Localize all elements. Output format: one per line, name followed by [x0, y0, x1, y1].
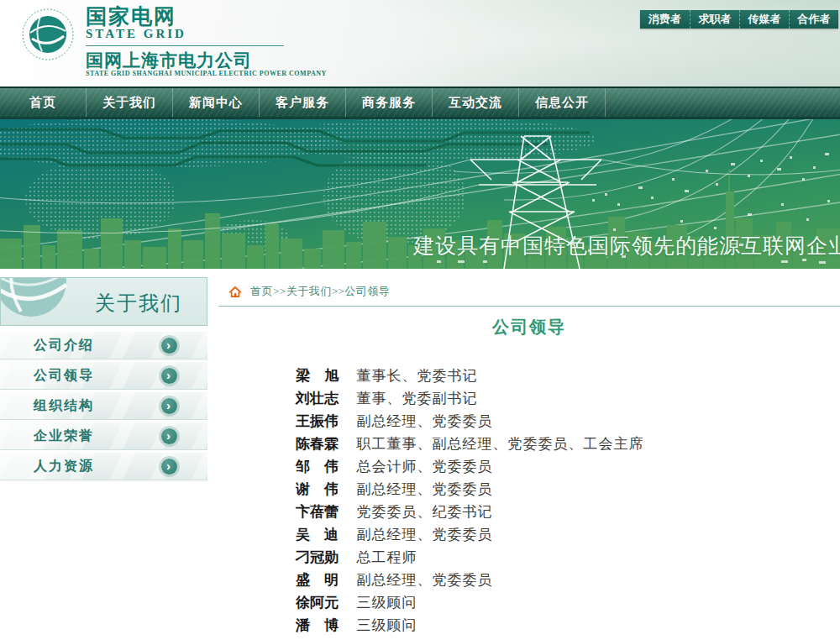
arrow-circle-icon: [161, 398, 177, 414]
sidebar-menu: 公司介绍 公司领导 组织结构 企业荣誉: [0, 332, 207, 480]
leader-title: 总会计师、党委委员: [356, 459, 492, 475]
state-grid-logo-icon: [22, 8, 74, 60]
leader-title: 副总经理、党委委员: [356, 527, 492, 543]
sidebar-item-label: 人力资源: [34, 458, 94, 475]
banner-slogan: 建设具有中国特色国际领先的能源互联网企业: [413, 232, 840, 260]
page-title: 公司领导: [218, 316, 840, 338]
logo-divider: [86, 45, 284, 46]
breadcrumb-divider: [218, 306, 840, 307]
leader-name: 王振伟: [296, 410, 353, 433]
sidebar: CORPORATION OF 关于我们 公司介绍 公司领导 组织结构: [0, 277, 207, 483]
sidebar-item-label: 公司领导: [34, 367, 94, 385]
leader-title: 党委委员、纪委书记: [356, 504, 492, 520]
sidebar-header: CORPORATION OF 关于我们: [0, 277, 207, 326]
leader-title: 三级顾问: [356, 617, 417, 633]
breadcrumb-text[interactable]: 首页>>关于我们>>公司领导: [250, 284, 390, 299]
leader-row: 陈春霖 职工董事、副总经理、党委委员、工会主席: [296, 433, 643, 455]
home-icon[interactable]: [228, 286, 242, 298]
leader-row: 盛 明 副总经理、党委委员: [296, 569, 643, 591]
leader-name: 徐阿元: [296, 591, 353, 614]
leader-name: 陈春霖: [296, 433, 353, 455]
leader-title: 总工程师: [356, 549, 417, 565]
leader-title: 副总经理、党委委员: [356, 481, 492, 497]
nav-item[interactable]: 关于我们: [87, 88, 173, 117]
leader-row: 谢 伟 副总经理、党委委员: [296, 478, 643, 501]
leader-name: 潘 博: [296, 614, 353, 637]
arrow-circle-icon: [161, 428, 177, 444]
leader-row: 梁 旭 董事长、党委书记: [296, 365, 643, 387]
leader-title: 董事、党委副书记: [356, 391, 477, 407]
leader-title: 三级顾问: [356, 595, 417, 611]
logo-block: 国家电网 STATE GRID 国网上海市电力公司 STATE GRID SHA…: [22, 5, 327, 78]
leader-title: 董事长、党委书记: [356, 368, 477, 384]
logo-title-en: STATE GRID: [86, 27, 327, 40]
sidebar-item[interactable]: 公司领导: [0, 362, 207, 390]
sidebar-title: 关于我们: [95, 290, 182, 317]
sidebar-item-label: 企业荣誉: [34, 428, 94, 445]
sidebar-item[interactable]: 组织结构: [0, 392, 207, 420]
logo-title-cn: 国家电网: [86, 5, 327, 27]
leader-name: 卞蓓蕾: [296, 501, 353, 523]
leader-row: 吴 迪 副总经理、党委委员: [296, 523, 643, 546]
leader-row: 徐阿元 三级顾问: [296, 591, 643, 614]
sidebar-item-label: 组织结构: [34, 397, 94, 415]
company-name-cn: 国网上海市电力公司: [86, 50, 327, 70]
nav-item[interactable]: 互动交流: [433, 88, 519, 117]
page: 国家电网 STATE GRID 国网上海市电力公司 STATE GRID SHA…: [0, 0, 840, 640]
nav-item[interactable]: 新闻中心: [173, 88, 260, 117]
sidebar-item[interactable]: 人力资源: [0, 453, 207, 480]
breadcrumb: 首页>>关于我们>>公司领导: [228, 284, 390, 299]
nav-item[interactable]: 客户服务: [260, 88, 346, 117]
leader-title: 副总经理、党委委员: [356, 413, 492, 429]
nav-item[interactable]: 商务服务: [346, 88, 433, 117]
leader-row: 王振伟 副总经理、党委委员: [296, 410, 643, 433]
quick-link[interactable]: 合作者: [789, 10, 838, 29]
arrow-circle-icon: [161, 368, 177, 384]
main-content: 首页>>关于我们>>公司领导 公司领导 梁 旭 董事长、党委书记 刘壮志 董事、…: [218, 269, 840, 640]
company-name-en: STATE GRID SHANGHAI MUNICIPAL ELECTRIC P…: [86, 70, 327, 78]
arrow-circle-icon: [161, 338, 177, 354]
hero-banner: 建设具有中国特色国际领先的能源互联网企业: [0, 119, 840, 269]
leader-row: 刘壮志 董事、党委副书记: [296, 387, 643, 410]
site-header: 国家电网 STATE GRID 国网上海市电力公司 STATE GRID SHA…: [0, 0, 840, 87]
leader-title: 职工董事、副总经理、党委委员、工会主席: [356, 436, 643, 452]
leader-row: 刁冠勋 总工程师: [296, 546, 643, 569]
leader-name: 梁 旭: [296, 365, 353, 387]
quick-link[interactable]: 求职者: [690, 10, 739, 29]
logo-text: 国家电网 STATE GRID 国网上海市电力公司 STATE GRID SHA…: [86, 5, 327, 78]
leader-title: 副总经理、党委委员: [356, 572, 492, 588]
sidebar-item-label: 公司介绍: [34, 337, 94, 354]
sidebar-item[interactable]: 企业荣誉: [0, 422, 207, 450]
leader-name: 吴 迪: [296, 523, 353, 546]
nav-item[interactable]: 信息公开: [519, 88, 606, 117]
leader-name: 刁冠勋: [296, 546, 353, 569]
leader-row: 潘 博 三级顾问: [296, 614, 643, 637]
sidebar-item[interactable]: 公司介绍: [0, 332, 207, 359]
quick-link[interactable]: 传媒者: [739, 10, 789, 29]
arrow-circle-icon: [161, 459, 177, 475]
nav-item[interactable]: 首页: [0, 88, 87, 117]
leader-row: 邹 伟 总会计师、党委委员: [296, 455, 643, 478]
leader-name: 刘壮志: [296, 387, 353, 410]
leaders-list: 梁 旭 董事长、党委书记 刘壮志 董事、党委副书记 王振伟 副总经理、党委委员 …: [296, 365, 643, 637]
leader-name: 邹 伟: [296, 455, 353, 478]
audience-quick-links: 消费者 求职者 传媒者 合作者: [640, 10, 838, 29]
leader-name: 盛 明: [296, 569, 353, 591]
leader-name: 谢 伟: [296, 478, 353, 501]
quick-link[interactable]: 消费者: [640, 10, 690, 29]
main-nav: 首页 关于我们 新闻中心 客户服务 商务服务 互动交流 信息公开: [0, 87, 840, 119]
leader-row: 卞蓓蕾 党委委员、纪委书记: [296, 501, 643, 523]
